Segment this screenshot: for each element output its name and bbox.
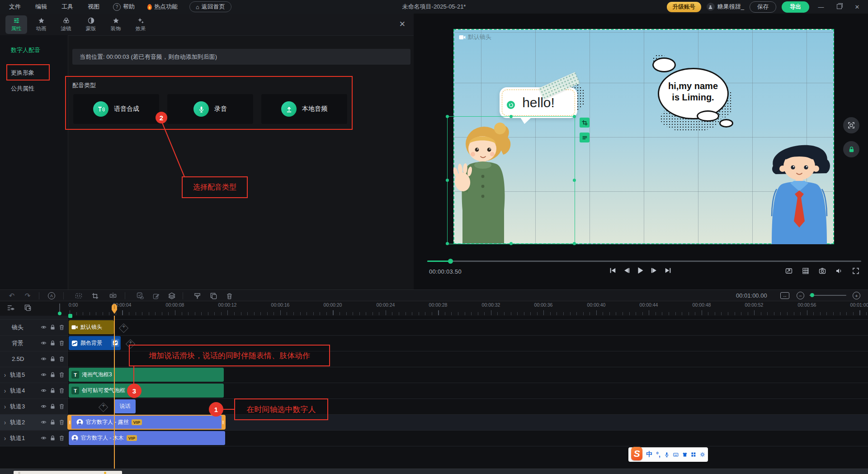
clip-default-camera[interactable]: 默认镜头 [69, 320, 114, 334]
help-icon[interactable]: ? [113, 3, 121, 11]
tab-properties[interactable]: 属性 [5, 15, 27, 34]
playhead-line[interactable] [114, 316, 115, 469]
avatar-boy[interactable] [759, 133, 839, 244]
track-header-3[interactable]: › 轨道3 [0, 398, 68, 414]
back-home-button[interactable]: ⌂返回首页 [189, 1, 231, 12]
copy-icon[interactable] [209, 291, 218, 300]
selection-handle[interactable] [573, 179, 576, 182]
ime-keyboard-icon[interactable] [673, 451, 679, 458]
delete-icon[interactable] [225, 291, 234, 300]
track-header-2[interactable]: › 轨道2 [0, 414, 68, 430]
ime-settings-icon[interactable] [700, 451, 705, 458]
sidebar-item-common-props[interactable]: 公共属性 [11, 85, 34, 93]
menu-tools[interactable]: 工具 [61, 3, 73, 11]
rotate-handle[interactable] [507, 101, 515, 109]
volume-icon[interactable] [835, 267, 843, 275]
selection-box-icon[interactable] [74, 291, 83, 300]
track-visibility-icon[interactable] [41, 435, 47, 441]
minimize-button[interactable]: — [815, 4, 827, 10]
lock-button[interactable] [843, 141, 859, 157]
menu-hot-features[interactable]: 热点功能 [154, 3, 178, 11]
sidebar-item-avatar-voice[interactable]: 数字人配音 [11, 46, 40, 54]
track-delete-icon[interactable] [59, 356, 65, 362]
menu-view[interactable]: 视图 [88, 3, 99, 11]
chevron-right-icon[interactable]: › [0, 387, 10, 394]
timeline-zoom-slider[interactable] [809, 295, 846, 296]
tab-decorate[interactable]: 装饰 [105, 15, 127, 34]
track-visibility-icon[interactable] [41, 388, 47, 393]
split-icon[interactable] [108, 291, 118, 300]
lines-tool-button[interactable] [580, 133, 590, 142]
layers-icon[interactable] [167, 291, 176, 300]
duplicate-track-icon[interactable] [24, 304, 31, 311]
tab-effects[interactable]: 效果 [130, 15, 151, 34]
play-button[interactable] [637, 267, 644, 274]
track-list-icon[interactable] [7, 304, 14, 311]
selection-handle[interactable] [509, 242, 513, 245]
track-delete-icon[interactable] [59, 419, 65, 425]
track-lock-icon[interactable] [50, 340, 56, 346]
clip-avatar-mumu[interactable]: 官方数字人 - 木木 VIP [69, 431, 225, 445]
menu-edit[interactable]: 编辑 [35, 3, 47, 11]
selection-rect[interactable] [447, 116, 575, 244]
track-visibility-icon[interactable] [41, 324, 47, 330]
clip-color-background[interactable]: 颜色背景 [69, 336, 121, 350]
frame-back-button[interactable] [623, 267, 630, 274]
track-visibility-icon[interactable] [41, 372, 47, 378]
track-visibility-icon[interactable] [41, 356, 47, 362]
user-account[interactable]: 糖果很甜_ [707, 3, 744, 11]
chevron-right-icon[interactable]: › [0, 419, 10, 426]
chevron-right-icon[interactable]: › [0, 371, 10, 379]
zoom-in-icon[interactable]: + [853, 292, 860, 299]
save-button[interactable]: 保存 [750, 1, 776, 13]
auto-keyframe-icon[interactable]: A [47, 291, 56, 300]
track-header-25d[interactable]: 2.5D [0, 351, 68, 367]
track-delete-icon[interactable] [59, 435, 65, 441]
crop-tool-button[interactable] [580, 118, 590, 128]
redo-icon[interactable]: ↷ [23, 291, 32, 300]
track-height-slider[interactable] [59, 303, 60, 314]
upgrade-account-button[interactable]: 升级账号 [667, 2, 701, 12]
selection-handle[interactable] [509, 115, 513, 118]
zoom-knob[interactable] [810, 293, 814, 297]
thought-bubble-small[interactable] [652, 57, 676, 72]
skip-end-button[interactable] [665, 267, 672, 274]
edit-icon[interactable] [151, 291, 160, 300]
ime-skin-icon[interactable] [682, 451, 688, 458]
fullscreen-icon[interactable] [852, 267, 859, 275]
track-delete-icon[interactable] [59, 403, 65, 409]
track-header-1[interactable]: › 轨道1 [0, 430, 68, 446]
playhead-pin[interactable] [111, 303, 118, 314]
track-height-knob[interactable] [58, 312, 61, 315]
track-delete-icon[interactable] [59, 372, 65, 378]
skip-start-button[interactable] [609, 267, 616, 274]
clip-comic-bubble3[interactable]: T 漫画气泡框3 [69, 368, 224, 382]
close-button[interactable]: ✕ [851, 4, 863, 10]
progress-knob[interactable] [448, 259, 453, 264]
track-visibility-icon[interactable] [41, 419, 47, 425]
voice-option-record[interactable]: 录音 [167, 94, 253, 124]
clip-trim-handle-right[interactable]: ∥ [222, 416, 225, 429]
frame-forward-button[interactable] [651, 267, 658, 274]
selection-handle[interactable] [446, 242, 449, 245]
track-lock-icon[interactable] [50, 372, 56, 378]
chevron-right-icon[interactable]: › [0, 403, 10, 410]
track-header-4[interactable]: › 轨道4 [0, 383, 68, 398]
select-check-icon[interactable] [136, 291, 145, 300]
ime-logo[interactable]: S [631, 447, 642, 460]
zoom-out-icon[interactable]: − [797, 292, 804, 299]
menu-help[interactable]: 帮助 [123, 3, 135, 11]
ratio-icon[interactable] [785, 267, 793, 275]
track-visibility-icon[interactable] [41, 340, 47, 346]
track-lock-icon[interactable] [50, 388, 56, 393]
selection-handle[interactable] [446, 179, 449, 182]
track-header-camera[interactable]: 镜头 [0, 319, 68, 335]
fit-timeline-icon[interactable]: ↔ [780, 292, 789, 299]
clip-cute-bubble[interactable]: T 创可贴可爱气泡框 [69, 384, 224, 398]
selection-handle[interactable] [446, 115, 449, 118]
brush-icon[interactable] [193, 291, 202, 300]
restore-button[interactable] [833, 4, 845, 10]
timeline-ruler[interactable]: 0:00 00:00:04 00:00:08 00:00:12 00:00:16… [0, 301, 868, 316]
ime-lang-icon[interactable]: 中 [646, 450, 652, 459]
panel-close-icon[interactable]: ✕ [399, 19, 406, 29]
